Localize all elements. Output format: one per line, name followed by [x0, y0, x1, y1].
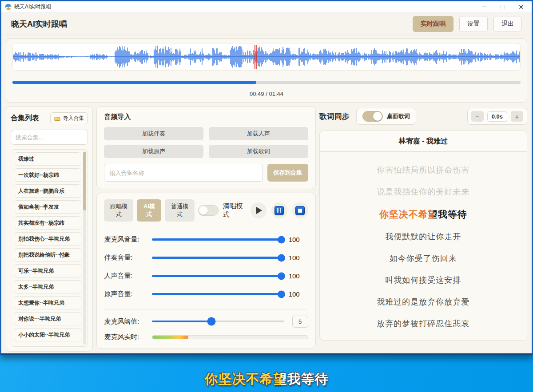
volume-value: 100 — [289, 236, 308, 243]
scrollbar-thumb[interactable] — [83, 152, 86, 210]
song-title: 林宥嘉 - 我难过 — [320, 131, 527, 152]
slider-thumb[interactable] — [278, 236, 285, 243]
volume-value: 100 — [289, 272, 308, 280]
collection-item[interactable]: 假如当初--李发发 — [14, 200, 81, 214]
collection-item[interactable]: 我难过 — [14, 152, 81, 166]
app-window: 晓天AI实时跟唱 ✕ 晓天AI实时跟唱 实时跟唱设置退出 00:49 / 01:… — [0, 0, 533, 355]
collection-item[interactable]: 太想爱你--半吨兄弟 — [14, 296, 81, 309]
mode-button-普通模式[interactable]: 普通模式 — [165, 199, 194, 222]
mic-threshold-value: 5 — [292, 316, 308, 328]
lyric-line: 我便默默的让你走开 — [323, 231, 523, 242]
offset-value: 0.0s — [487, 111, 507, 122]
middle-column: 音频导入 加载伴奏加载人声加载原声加载歌词 保存到合集 跟唱模式AI模式普通模式… — [96, 106, 315, 349]
page-title: 晓天AI实时跟唱 — [11, 19, 67, 29]
collection-item[interactable]: 太多--半吨兄弟 — [14, 280, 81, 293]
minimize-icon[interactable] — [482, 7, 487, 8]
mic-threshold-slider[interactable] — [152, 321, 284, 322]
volume-value: 100 — [289, 290, 308, 298]
collection-item[interactable]: 可乐--半吨兄弟 — [14, 264, 81, 277]
header-button-实时跟唱[interactable]: 实时跟唱 — [413, 16, 453, 32]
volume-slider[interactable] — [152, 293, 281, 295]
mode-row: 跟唱模式AI模式普通模式 清唱模式 — [104, 199, 308, 222]
save-to-collection-button[interactable]: 保存到合集 — [267, 164, 308, 182]
desktop-lyrics-toggle-box: 桌面歌词 — [356, 108, 416, 125]
app-header: 晓天AI实时跟唱 实时跟唱设置退出 — [1, 13, 532, 35]
waveform-display[interactable] — [12, 43, 521, 71]
time-label: 00:49 / 01:44 — [12, 91, 521, 97]
collection-name-input[interactable] — [104, 164, 263, 182]
pause-icon — [274, 206, 284, 215]
desktop-lyric-sung: 你坚决不希 — [205, 372, 274, 386]
lyric-line: 你害怕结局所以拼命伤害 — [323, 165, 523, 175]
seek-bar[interactable] — [12, 81, 521, 84]
volume-value: 100 — [289, 254, 308, 261]
volume-slider-row: 人声音量:100 — [104, 267, 308, 285]
window-titlebar: 晓天AI实时跟唱 ✕ — [1, 1, 532, 13]
play-icon — [256, 207, 262, 214]
volume-label: 麦克风音量: — [104, 235, 152, 244]
load-button-加载原声[interactable]: 加载原声 — [104, 145, 203, 158]
playback-control-card: 跟唱模式AI模式普通模式 清唱模式 麦克风音量:100伴奏音量:100人声音量:… — [96, 193, 315, 349]
mode-buttons: 跟唱模式AI模式普通模式 — [104, 199, 194, 222]
slider-thumb[interactable] — [278, 254, 285, 261]
collection-item[interactable]: 别把我说给他听--付豪 — [14, 248, 81, 261]
collection-item[interactable]: 人在旅途--鹏鹏音乐 — [14, 184, 81, 198]
desktop-lyrics-toggle[interactable] — [362, 111, 383, 122]
mic-level-label: 麦克风实时: — [104, 333, 152, 341]
future-lyrics: 我便默默的让你走开如今你受了伤回来叫我如何接受这安排我难过的是放弃你放弃爱放弃的… — [323, 231, 523, 329]
lyric-line: 叫我如何接受这安排 — [323, 275, 523, 285]
volume-slider[interactable] — [152, 275, 281, 277]
collections-panel: 合集列表 导入合集 我难过一次就好--杨宗纬人在旅途--鹏鹏音乐假如当初--李发… — [6, 106, 93, 352]
toggle-knob — [199, 206, 208, 215]
load-button-加载人声[interactable]: 加载人声 — [209, 127, 308, 140]
pause-button[interactable] — [271, 202, 287, 218]
offset-plus-button[interactable]: + — [511, 111, 523, 122]
slider-thumb[interactable] — [278, 290, 285, 298]
collection-list: 我难过一次就好--杨宗纬人在旅途--鹏鹏音乐假如当初--李发发其实都没有--杨宗… — [11, 149, 88, 347]
waveform-graphic — [13, 44, 521, 70]
play-button[interactable] — [251, 202, 266, 218]
mic-threshold-row: 麦克风阈值: 5 — [104, 313, 308, 330]
lyric-line: 放弃的梦被打碎忍住悲哀 — [323, 318, 523, 329]
load-button-加载歌词[interactable]: 加载歌词 — [209, 145, 308, 158]
load-button-加载伴奏[interactable]: 加载伴奏 — [104, 127, 203, 140]
offset-minus-button[interactable]: − — [471, 111, 484, 122]
acapella-label: 清唱模式 — [223, 202, 247, 219]
import-collection-button[interactable]: 导入合集 — [50, 112, 88, 124]
header-button-设置[interactable]: 设置 — [459, 16, 488, 32]
past-lyrics: 你害怕结局所以拼命伤害说是我挡住你的美好未来 — [323, 165, 523, 197]
toggle-knob — [373, 112, 382, 121]
search-input[interactable] — [11, 130, 88, 145]
collection-item[interactable]: 对你说---半吨兄弟 — [14, 312, 81, 325]
lyric-line: 说是我挡住你的美好未来 — [323, 186, 523, 197]
collection-item[interactable]: 别怕我伤心--半吨兄弟 — [14, 232, 81, 245]
volume-slider-row: 麦克风音量:100 — [104, 230, 308, 249]
collections-title: 合集列表 — [11, 114, 39, 123]
volume-sliders: 麦克风音量:100伴奏音量:100人声音量:100原声音量:100 — [104, 230, 308, 303]
collection-item[interactable]: 小小的太阳--半吨兄弟 — [14, 328, 81, 341]
folder-icon — [54, 116, 60, 121]
playhead-marker — [255, 45, 255, 69]
collection-item[interactable]: 一次就好--杨宗纬 — [14, 168, 81, 182]
collection-item[interactable]: 其实都没有--杨宗纬 — [14, 216, 81, 230]
lyric-line: 如今你受了伤回来 — [323, 253, 523, 264]
header-button-退出[interactable]: 退出 — [493, 16, 522, 32]
threshold-thumb[interactable] — [207, 317, 216, 326]
mode-button-AI模式[interactable]: AI模式 — [137, 199, 161, 222]
progress-fill — [12, 81, 256, 84]
desktop-lyric-transition-char: 望望 — [274, 370, 287, 388]
stop-button[interactable] — [292, 202, 308, 218]
current-lyric-transition-char: 望望 — [428, 208, 438, 221]
mode-button-跟唱模式[interactable]: 跟唱模式 — [104, 199, 133, 222]
acapella-toggle[interactable] — [198, 205, 219, 216]
volume-label: 原声音量: — [104, 290, 152, 298]
close-icon[interactable]: ✕ — [518, 5, 524, 9]
lyrics-column: 歌词同步 桌面歌词 − 0.0s + 林宥嘉 - 我难过 你害怕结局所以拼命伤害… — [319, 106, 527, 341]
maximize-icon[interactable] — [501, 5, 505, 9]
current-lyric-unsung: 我等待 — [438, 209, 467, 219]
volume-label: 人声音量: — [104, 272, 152, 280]
volume-slider[interactable] — [152, 257, 281, 259]
app-icon — [5, 4, 12, 10]
volume-slider[interactable] — [152, 238, 281, 241]
slider-thumb[interactable] — [278, 272, 285, 280]
